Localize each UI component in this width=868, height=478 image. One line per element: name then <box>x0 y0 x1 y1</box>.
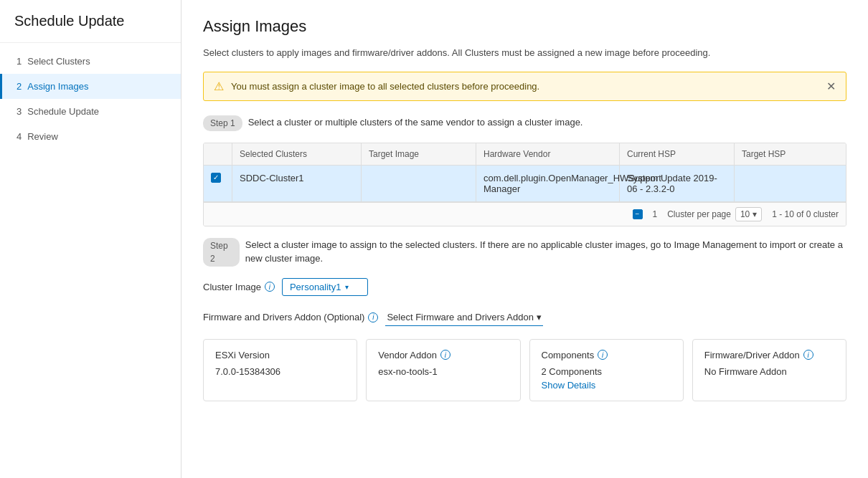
sidebar-nav: 1 Select Clusters 2 Assign Images 3 Sche… <box>0 43 181 149</box>
sidebar-label-select-clusters: Select Clusters <box>27 56 90 67</box>
step2-line: Step 2 Select a cluster image to assign … <box>203 238 846 267</box>
card-esxi-version: ESXi Version 7.0.0-15384306 <box>203 339 357 401</box>
page-description: Select clusters to apply images and firm… <box>203 46 846 60</box>
cluster-image-value: Personality1 <box>290 282 341 292</box>
firmware-dropdown[interactable]: Select Firmware and Drivers Addon ▾ <box>385 309 542 326</box>
dropdown-chevron-icon: ▾ <box>345 283 349 291</box>
warning-banner: ⚠ You must assign a cluster image to all… <box>203 72 846 101</box>
per-page-dropdown[interactable]: 10 ▾ <box>735 207 762 221</box>
sidebar-item-assign-images[interactable]: 2 Assign Images <box>0 74 181 99</box>
sidebar-title: Schedule Update <box>0 0 181 43</box>
firmware-driver-info-icon[interactable]: i <box>803 350 813 360</box>
row-checkbox[interactable] <box>211 173 221 183</box>
total-count: 1 <box>653 209 658 219</box>
row-checkbox-cell[interactable] <box>204 166 232 201</box>
card-esxi-title: ESXi Version <box>215 350 345 360</box>
step2-badge: Step 2 <box>203 238 240 267</box>
page-title: Assign Images <box>203 17 846 36</box>
card-firmware-value: No Firmware Addon <box>704 366 834 377</box>
sidebar-item-schedule-update[interactable]: 3 Schedule Update <box>0 99 181 124</box>
step1-line: Step 1 Select a cluster or multiple clus… <box>203 115 846 131</box>
per-page-chevron-icon: ▾ <box>753 209 757 219</box>
col-target-hsp: Target HSP <box>735 143 846 165</box>
cards-row: ESXi Version 7.0.0-15384306 Vendor Addon… <box>203 339 846 401</box>
cluster-image-dropdown[interactable]: Personality1 ▾ <box>282 278 368 296</box>
sidebar-item-select-clusters[interactable]: 1 Select Clusters <box>0 49 181 74</box>
per-page-label: Cluster per page <box>667 209 731 219</box>
per-page-select: Cluster per page 10 ▾ <box>667 207 762 221</box>
sidebar-item-review[interactable]: 4 Review <box>0 124 181 149</box>
warning-content: ⚠ You must assign a cluster image to all… <box>214 80 539 93</box>
footer-checkbox[interactable] <box>633 209 643 219</box>
row-target-hsp <box>735 166 846 201</box>
step-num-4: 4 <box>16 131 22 142</box>
firmware-row: Firmware and Drivers Addon (Optional) i … <box>203 309 846 326</box>
row-cluster-name: SDDC-Cluster1 <box>232 166 362 201</box>
col-checkbox <box>204 143 232 165</box>
cluster-image-label: Cluster Image i <box>203 282 275 292</box>
sidebar: Schedule Update 1 Select Clusters 2 Assi… <box>0 0 181 478</box>
warning-icon: ⚠ <box>214 80 224 93</box>
cluster-image-info-icon[interactable]: i <box>265 282 275 292</box>
firmware-placeholder: Select Firmware and Drivers Addon <box>387 312 533 322</box>
col-target-image: Target Image <box>362 143 476 165</box>
components-info-icon[interactable]: i <box>598 350 608 360</box>
card-components: Components i 2 Components Show Details <box>529 339 684 401</box>
step-num-1: 1 <box>16 56 22 67</box>
warning-close-button[interactable]: ✕ <box>826 80 836 93</box>
step1-text: Select a cluster or multiple clusters of… <box>248 115 583 130</box>
step-num-2: 2 <box>16 81 22 92</box>
card-firmware-driver: Firmware/Driver Addon i No Firmware Addo… <box>692 339 846 401</box>
step2-text: Select a cluster image to assign to the … <box>245 238 846 266</box>
sidebar-label-schedule-update: Schedule Update <box>27 106 99 117</box>
col-selected-clusters: Selected Clusters <box>232 143 362 165</box>
pagination-info: 1 - 10 of 0 cluster <box>772 209 839 219</box>
table-row: SDDC-Cluster1 com.dell.plugin.OpenManage… <box>204 166 846 202</box>
card-components-value: 2 Components <box>542 366 671 377</box>
card-vendor-title: Vendor Addon i <box>378 350 508 360</box>
warning-text: You must assign a cluster image to all s… <box>231 81 539 92</box>
row-hardware-vendor: com.dell.plugin.OpenManager_HWSupport Ma… <box>476 166 620 201</box>
col-current-hsp: Current HSP <box>620 143 735 165</box>
table-header: Selected Clusters Target Image Hardware … <box>204 143 846 166</box>
sidebar-label-review: Review <box>27 131 58 142</box>
step1-badge: Step 1 <box>203 115 242 131</box>
firmware-info-icon[interactable]: i <box>368 312 378 322</box>
card-vendor-addon: Vendor Addon i esx-no-tools-1 <box>366 339 520 401</box>
card-esxi-value: 7.0.0-15384306 <box>215 366 345 377</box>
cluster-image-row: Cluster Image i Personality1 ▾ <box>203 278 846 296</box>
vendor-addon-info-icon[interactable]: i <box>440 350 450 360</box>
main-content: Assign Images Select clusters to apply i… <box>181 0 868 478</box>
step-num-3: 3 <box>16 106 22 117</box>
col-hardware-vendor: Hardware Vendor <box>476 143 620 165</box>
show-details-link[interactable]: Show Details <box>542 380 671 391</box>
sidebar-label-assign-images: Assign Images <box>27 81 88 92</box>
cluster-table: Selected Clusters Target Image Hardware … <box>203 143 846 226</box>
firmware-chevron-icon: ▾ <box>537 312 542 322</box>
card-components-title: Components i <box>542 350 671 360</box>
per-page-value: 10 <box>740 209 750 219</box>
row-current-hsp: System Update 2019-06 - 2.3.2-0 <box>620 166 735 201</box>
card-firmware-title: Firmware/Driver Addon i <box>704 350 834 360</box>
table-footer: 1 Cluster per page 10 ▾ 1 - 10 of 0 clus… <box>204 202 846 226</box>
card-vendor-value: esx-no-tools-1 <box>378 366 508 377</box>
row-target-image <box>362 166 476 201</box>
firmware-label: Firmware and Drivers Addon (Optional) i <box>203 312 378 322</box>
